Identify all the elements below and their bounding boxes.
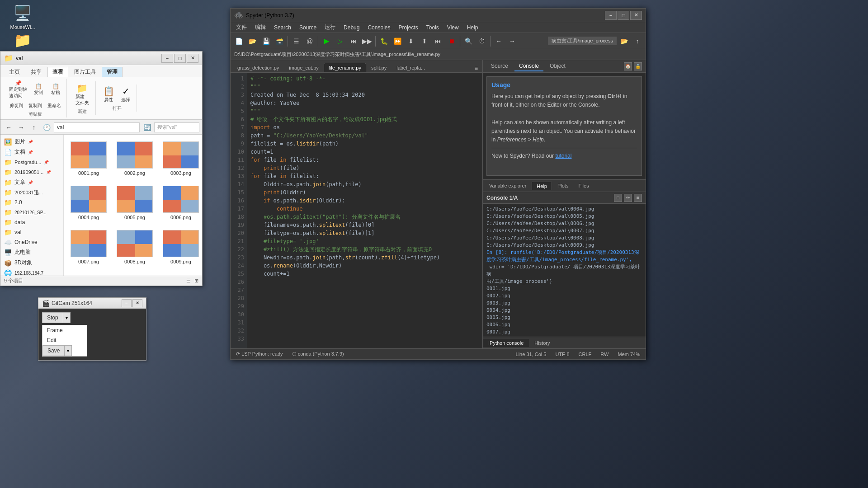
pin-quick-access-button[interactable]: 📌 固定到快速访问 — [7, 79, 29, 100]
file-item-0008.png[interactable]: 0008.png — [113, 227, 156, 267]
run-cell-button[interactable]: ▷ — [334, 35, 346, 47]
tutorial-link[interactable]: tutorial — [555, 153, 571, 159]
sidebar-item-data[interactable]: 📁 data — [0, 217, 63, 227]
menu-debug[interactable]: Debug — [340, 23, 363, 32]
run-cell-select-button[interactable]: ▶▶ — [361, 35, 373, 47]
console-edit-button[interactable]: ✏ — [624, 194, 632, 202]
run-cell-advance-button[interactable]: ⏭ — [347, 35, 360, 47]
at-button[interactable]: @ — [303, 35, 316, 47]
step-out-button[interactable]: ⬆ — [418, 35, 431, 47]
frame-button[interactable]: Frame — [42, 325, 87, 335]
tab-label-replace[interactable]: label_repla... — [392, 63, 430, 72]
menu-help[interactable]: Help — [463, 23, 482, 32]
file-item-0004.png[interactable]: 0004.png — [67, 183, 110, 223]
file-item-0006.png[interactable]: 0006.png — [160, 183, 202, 223]
tab-home[interactable]: 主页 — [4, 67, 25, 77]
continue-button[interactable]: ⏮ — [432, 35, 444, 47]
menu-tools[interactable]: Tools — [423, 23, 443, 32]
refresh-button[interactable]: 🔄 — [142, 122, 152, 133]
sidebar-item-postgradu[interactable]: 📁 Postgradu... 📌 — [0, 157, 63, 167]
forward-nav-button[interactable]: → — [506, 35, 519, 47]
inspector-button[interactable]: 🔍 — [462, 35, 475, 47]
open-file-button[interactable]: 📂 — [246, 35, 259, 47]
sidebar-item-pc[interactable]: 🖥️ 此电脑 — [0, 247, 63, 258]
view-grid-icon[interactable]: ⊞ — [194, 278, 198, 284]
minimize-button[interactable]: − — [161, 54, 173, 63]
sidebar-item-3d[interactable]: 📦 3D对象 — [0, 258, 63, 268]
back-button[interactable]: ← — [3, 122, 14, 133]
spyder-maximize-button[interactable]: □ — [618, 11, 629, 20]
gifcam-close-button[interactable]: ✕ — [132, 299, 142, 307]
save-all-button[interactable]: 🗃️ — [273, 35, 286, 47]
tab-files[interactable]: Files — [574, 182, 593, 190]
tab-history[interactable]: History — [529, 339, 555, 347]
tab-help[interactable]: Help — [532, 182, 552, 190]
stop-button[interactable]: ⏹ — [445, 35, 458, 47]
stop-button[interactable]: Stop — [42, 312, 63, 323]
cut-to-button[interactable]: 剪切到 — [7, 101, 25, 110]
tabs-menu-button[interactable]: ≡ — [472, 64, 481, 72]
tab-image-cut[interactable]: image_cut.py — [284, 63, 323, 72]
file-item-0001.png[interactable]: 0001.png — [67, 138, 110, 179]
step-button[interactable]: ⏩ — [391, 35, 404, 47]
new-folder-button[interactable]: 📁 新建文件夹 — [73, 81, 91, 108]
gifcam-minimize-button[interactable]: − — [122, 299, 132, 307]
tab-view[interactable]: 查看 — [47, 67, 68, 77]
tab-console[interactable]: Console — [514, 61, 543, 71]
sidebar-item-network[interactable]: 🌐 192.168.184.7 — [0, 268, 63, 276]
sidebar-item-val[interactable]: 📁 val — [0, 227, 63, 237]
file-item-0007.png[interactable]: 0007.png — [67, 227, 110, 267]
spyder-close-button[interactable]: ✕ — [630, 11, 642, 20]
edit-button[interactable]: Edit — [42, 335, 87, 345]
save-dropdown-button[interactable]: ▾ — [65, 345, 72, 356]
sidebar-item-article[interactable]: 📁 文章 📌 — [0, 177, 63, 188]
menu-source[interactable]: Source — [296, 23, 320, 32]
sidebar-item-2[interactable]: 📁 2.0 — [0, 197, 63, 207]
sidebar-item-onedrive[interactable]: ☁️ OneDrive — [0, 237, 63, 247]
paste-button[interactable]: 📋 粘贴 — [47, 82, 64, 97]
recent-button[interactable]: 🕐 — [41, 122, 52, 133]
view-list-icon[interactable]: ☰ — [186, 278, 191, 284]
file-item-0003.png[interactable]: 0003.png — [160, 138, 202, 179]
tab-plots[interactable]: Plots — [553, 182, 573, 190]
rename-button[interactable]: 重命名 — [45, 101, 63, 110]
sidebar-item-docs[interactable]: 📄 文档 📌 — [0, 147, 63, 157]
close-button[interactable]: ✕ — [187, 54, 198, 63]
sync-button[interactable]: ↑ — [631, 35, 644, 47]
file-item-0002.png[interactable]: 0002.png — [113, 138, 156, 179]
tab-source[interactable]: Source — [486, 61, 513, 71]
tab-object[interactable]: Object — [545, 61, 570, 71]
address-bar[interactable]: val — [54, 122, 140, 132]
desktop-icon-mousewi[interactable]: 🖥️ MouseWi... — [5, 5, 41, 30]
tab-share[interactable]: 共享 — [26, 67, 47, 77]
sidebar-item-2020031[interactable]: 📁 2020031迅... — [0, 188, 63, 197]
save-file-button[interactable]: 💾 — [259, 35, 272, 47]
menu-edit[interactable]: 编辑 — [251, 23, 269, 32]
browse-button[interactable]: 📂 — [618, 35, 630, 47]
console-content[interactable]: C:/Users/YaoYee/Desktop/val\0004.jpgC:/U… — [483, 204, 646, 337]
save-button[interactable]: Save — [42, 345, 65, 356]
step-into-button[interactable]: ⬇ — [405, 35, 417, 47]
new-file-button[interactable]: 📄 — [232, 35, 245, 47]
profiler-button[interactable]: ⏱ — [476, 35, 488, 47]
file-item-0005.png[interactable]: 0005.png — [113, 183, 156, 223]
debug-button[interactable]: 🐛 — [377, 35, 390, 47]
tab-variable-explorer[interactable]: Variable explorer — [485, 182, 531, 190]
menu-consoles[interactable]: Consoles — [364, 23, 394, 32]
sidebar-item-20210126[interactable]: 📁 20210126_SP... — [0, 207, 63, 217]
back-nav-button[interactable]: ← — [492, 35, 505, 47]
tab-management[interactable]: 管理 — [102, 67, 123, 77]
search-bar[interactable]: 搜索"val" — [154, 122, 199, 132]
tab-picture-tools[interactable]: 图片工具 — [69, 67, 101, 77]
tab-grass-detection[interactable]: grass_detection.py — [232, 63, 284, 72]
tab-file-rename[interactable]: file_rename.py — [324, 63, 366, 72]
menu-search[interactable]: Search — [270, 23, 295, 32]
menu-file[interactable]: 文件 — [232, 23, 250, 32]
sidebar-item-pictures[interactable]: 🖼️ 图片 📌 — [0, 136, 63, 147]
code-content[interactable]: # -*- coding: utf-8 -*-"""Created on Tue… — [247, 73, 482, 348]
list-button[interactable]: ☰ — [290, 35, 302, 47]
lock-button[interactable]: 🔒 — [634, 62, 642, 70]
forward-button[interactable]: → — [16, 122, 27, 133]
select-button[interactable]: ✓ 选择 — [118, 84, 134, 104]
copy-to-button[interactable]: 复制到 — [26, 101, 44, 110]
